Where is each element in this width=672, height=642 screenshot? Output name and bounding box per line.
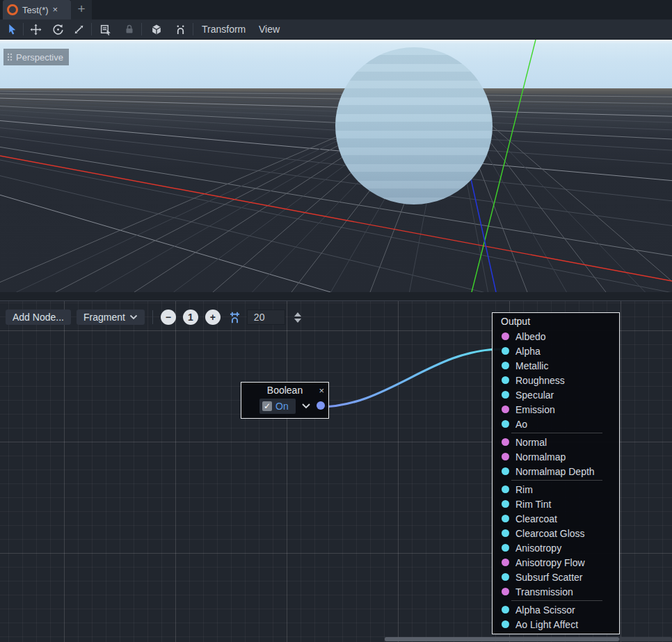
output-port-row: Ao Light Affect [493, 617, 619, 632]
toolbar-separator [91, 23, 92, 35]
port-label: Anisotropy Flow [515, 557, 585, 568]
shader-graph-editor[interactable]: Add Node... Fragment − 1 + 20 [0, 301, 672, 642]
horizontal-scrollbar-thumb[interactable] [385, 637, 619, 641]
port-label: Ao [515, 419, 527, 430]
port-label: Roughness [515, 375, 565, 386]
sphere-mesh [335, 47, 493, 204]
port-clearcoat[interactable] [502, 515, 509, 522]
port-label: Normalmap Depth [515, 466, 595, 477]
output-port-row: Normal [493, 435, 619, 449]
view-menu[interactable]: View [255, 19, 284, 40]
stepper-up-icon[interactable] [294, 312, 301, 316]
boolean-node-body: ✓ On [241, 398, 328, 418]
lock-icon [124, 24, 135, 35]
perspective-label: Perspective [16, 52, 63, 63]
close-icon[interactable]: × [319, 383, 324, 399]
viewport-3d[interactable]: Perspective [0, 40, 672, 292]
lock-button[interactable] [120, 22, 138, 37]
checkbox-checked-icon[interactable]: ✓ [262, 401, 272, 411]
output-port-row: Transmission [493, 584, 619, 599]
snap-magnet-icon [175, 24, 186, 35]
output-port-row: Subsurf Scatter [493, 570, 619, 584]
scale-tool-button[interactable] [70, 22, 88, 37]
port-anisotropy[interactable] [502, 544, 509, 552]
perspective-menu[interactable]: Perspective [3, 49, 69, 65]
rotate-tool-icon [52, 24, 64, 35]
port-anisotropy-flow[interactable] [502, 559, 509, 566]
port-label: Alpha [515, 346, 541, 357]
port-label: Rim Tint [515, 499, 551, 510]
output-port-row: Emission [493, 402, 619, 417]
output-node-title: Output [493, 313, 619, 329]
boolean-node-titlebar[interactable]: Boolean × [241, 383, 328, 398]
port-clearcoat-gloss[interactable] [502, 529, 509, 537]
port-label: Transmission [515, 586, 573, 597]
port-metallic[interactable] [502, 362, 509, 369]
port-ao-light-affect[interactable] [502, 620, 509, 628]
boolean-output-port[interactable] [317, 401, 325, 410]
stepper-down-icon[interactable] [294, 319, 301, 323]
transform-menu[interactable]: Transform [198, 19, 250, 40]
port-alpha[interactable] [502, 347, 509, 355]
port-label: Normal [515, 437, 547, 448]
port-roughness[interactable] [502, 376, 509, 384]
sky-background [0, 40, 672, 88]
port-label: Clearcoat Gloss [515, 528, 585, 539]
zoom-reset-button[interactable]: 1 [183, 310, 198, 325]
output-port-row: Roughness [493, 373, 619, 387]
zoom-out-button[interactable]: − [161, 310, 176, 325]
port-normalmap-depth[interactable] [502, 467, 509, 475]
port-ao[interactable] [502, 420, 509, 428]
chevron-down-icon[interactable] [301, 403, 311, 409]
output-port-row: Clearcoat Gloss [493, 526, 619, 540]
snap-3d-button[interactable] [171, 22, 189, 37]
port-subsurf-scatter[interactable] [502, 573, 509, 581]
output-port-row: Rim [493, 482, 619, 497]
panel-divider[interactable] [0, 292, 672, 301]
select-list-button[interactable] [97, 22, 115, 37]
toolbar-separator [141, 23, 142, 35]
port-rim-tint[interactable] [502, 500, 509, 508]
scene-tab[interactable]: Test(*) × [3, 0, 71, 19]
stage-dropdown[interactable]: Fragment [77, 310, 145, 325]
output-node[interactable]: Output AlbedoAlphaMetallicRoughnessSpecu… [492, 312, 620, 634]
add-node-button[interactable]: Add Node... [6, 310, 71, 325]
port-group-separator [511, 433, 602, 433]
port-normalmap[interactable] [502, 453, 509, 460]
boolean-node-title: Boolean [267, 385, 303, 396]
port-alpha-scissor[interactable] [502, 606, 509, 613]
port-label: Metallic [515, 360, 548, 371]
zoom-in-button[interactable]: + [205, 310, 221, 325]
port-group-separator [511, 600, 602, 601]
boolean-node[interactable]: Boolean × ✓ On [241, 382, 329, 419]
port-label: Rim [515, 484, 533, 495]
select-tool-icon [6, 24, 18, 35]
snap-distance-stepper[interactable] [294, 312, 301, 323]
output-port-row: Albedo [493, 329, 619, 344]
stage-dropdown-label: Fragment [83, 310, 125, 325]
port-specular[interactable] [502, 391, 509, 399]
boolean-value-toggle[interactable]: ✓ On [259, 399, 296, 414]
output-port-row: Normalmap [493, 449, 619, 464]
select-tool-button[interactable] [3, 22, 21, 37]
snap-distance-field[interactable]: 20 [247, 310, 285, 325]
port-rim[interactable] [502, 485, 509, 493]
scale-tool-icon [73, 24, 85, 35]
output-port-row: Clearcoat [493, 511, 619, 526]
port-normal[interactable] [502, 438, 509, 446]
graph-toolbar: Add Node... Fragment − 1 + 20 [6, 310, 301, 325]
rotate-tool-button[interactable] [49, 22, 67, 37]
port-emission[interactable] [502, 406, 509, 413]
move-tool-button[interactable] [26, 22, 45, 37]
new-tab-button[interactable]: + [71, 0, 92, 19]
mesh-button[interactable] [147, 22, 166, 37]
tab-close-icon[interactable]: × [53, 0, 58, 19]
snap-toggle-button[interactable] [228, 311, 241, 324]
output-port-row: Specular [493, 387, 619, 402]
port-transmission[interactable] [502, 588, 509, 595]
godot-editor-window: Test(*) × + [0, 0, 672, 642]
output-port-row: Normalmap Depth [493, 464, 619, 479]
output-port-row: Anisotropy [493, 540, 619, 555]
output-port-row: Rim Tint [493, 497, 619, 511]
port-albedo[interactable] [502, 332, 509, 340]
